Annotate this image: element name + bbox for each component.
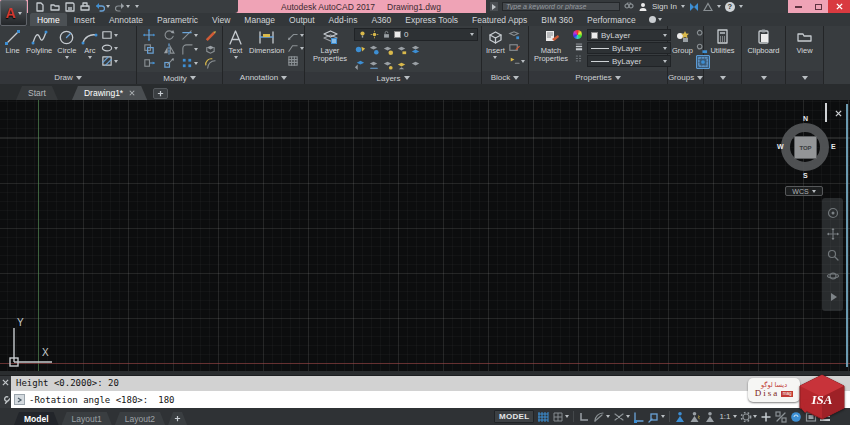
application-menu-button[interactable]: A bbox=[0, 0, 27, 26]
linetype-dropdown[interactable]: ByLayer bbox=[587, 55, 671, 67]
qat-menu-caret[interactable] bbox=[135, 5, 139, 8]
command-options-icon[interactable] bbox=[14, 394, 25, 405]
layer-lock-tool-icon[interactable] bbox=[396, 44, 408, 56]
drawing1-tab[interactable]: Drawing1* bbox=[72, 86, 147, 100]
orbit-icon[interactable] bbox=[827, 270, 839, 282]
tab-express-tools[interactable]: Express Tools bbox=[398, 13, 465, 26]
erase-button[interactable] bbox=[201, 29, 221, 41]
polar-tracking-toggle[interactable] bbox=[593, 411, 610, 423]
layer-walk-tool-icon[interactable] bbox=[368, 59, 380, 71]
osnap-tracking-toggle[interactable] bbox=[633, 411, 645, 423]
minimize-button[interactable] bbox=[788, 0, 808, 13]
undo-icon[interactable] bbox=[95, 2, 110, 12]
tab-view[interactable]: View bbox=[205, 13, 237, 26]
utilities-calculator-icon[interactable] bbox=[714, 28, 731, 45]
help-icon[interactable]: ? bbox=[725, 2, 735, 12]
multileader-button[interactable] bbox=[287, 42, 304, 54]
new-file-icon[interactable] bbox=[35, 2, 45, 12]
model-tab[interactable]: Model bbox=[14, 412, 59, 425]
layer-merge-tool-icon[interactable] bbox=[396, 59, 408, 71]
object-snap-toggle[interactable] bbox=[648, 411, 665, 423]
tab-a360[interactable]: A360 bbox=[364, 13, 398, 26]
text-dropdown-caret[interactable] bbox=[234, 56, 238, 59]
plot-icon[interactable] bbox=[80, 2, 90, 12]
tab-home[interactable]: Home bbox=[30, 13, 67, 26]
stretch-button[interactable] bbox=[139, 57, 159, 69]
linetype-list-icon[interactable] bbox=[573, 54, 585, 63]
circle-button[interactable]: Circle bbox=[55, 27, 78, 59]
layer-properties-button[interactable]: Layer Properties bbox=[307, 27, 353, 63]
layer-match-tool-icon[interactable] bbox=[410, 44, 422, 56]
layout1-tab[interactable]: Layout1 bbox=[62, 412, 112, 425]
rotate-button[interactable] bbox=[160, 29, 180, 41]
block-more-button[interactable] bbox=[508, 55, 525, 67]
insert-dropdown-caret[interactable] bbox=[493, 56, 497, 59]
redo-icon[interactable] bbox=[115, 2, 130, 12]
exchange-caret[interactable] bbox=[717, 5, 721, 8]
save-icon[interactable] bbox=[65, 2, 75, 12]
group-button[interactable]: Group bbox=[670, 27, 695, 55]
viewcube-east[interactable]: E bbox=[831, 143, 836, 150]
viewcube-top-face[interactable]: TOP bbox=[794, 136, 817, 159]
tab-bim-360[interactable]: BIM 360 bbox=[534, 13, 580, 26]
annotation-scale-value[interactable]: 1:1 bbox=[719, 412, 736, 421]
command-close-icon[interactable] bbox=[2, 379, 9, 386]
layout2-tab[interactable]: Layout2 bbox=[115, 412, 165, 425]
hatch-button[interactable] bbox=[101, 55, 118, 67]
ellipse-button[interactable] bbox=[101, 42, 118, 54]
layer-off-tool-icon[interactable] bbox=[354, 44, 366, 56]
panel-block-label[interactable]: Block bbox=[482, 71, 528, 84]
panel-properties-label[interactable]: Properties bbox=[529, 71, 667, 84]
help-caret[interactable] bbox=[739, 5, 743, 8]
copy-button[interactable] bbox=[139, 43, 159, 55]
object-color-dropdown[interactable]: ByLayer bbox=[587, 29, 671, 41]
isometric-drafting-toggle[interactable] bbox=[613, 411, 630, 423]
circle-dropdown-caret[interactable] bbox=[65, 56, 69, 59]
command-customize-icon[interactable] bbox=[1, 396, 10, 405]
open-file-icon[interactable] bbox=[50, 2, 60, 12]
command-input-value[interactable]: 180 bbox=[158, 395, 174, 405]
search-icon[interactable] bbox=[624, 2, 634, 12]
panel-utilities-expand[interactable] bbox=[704, 71, 741, 84]
exchange-apps-icon[interactable] bbox=[703, 2, 713, 12]
grid-display-toggle[interactable] bbox=[537, 411, 549, 423]
edit-attributes-button[interactable] bbox=[508, 42, 525, 54]
snap-mode-toggle[interactable] bbox=[552, 411, 569, 423]
ortho-mode-toggle[interactable] bbox=[578, 411, 590, 423]
layer-dropdown[interactable]: 0 bbox=[354, 28, 478, 41]
tab-performance[interactable]: Performance bbox=[580, 13, 643, 26]
undo-dropdown-caret[interactable] bbox=[106, 5, 110, 8]
command-input-line[interactable]: -Rotation angle <180>: 180 bbox=[11, 391, 850, 408]
match-properties-button[interactable]: Match Properties bbox=[531, 27, 571, 63]
infocenter-expand-icon[interactable] bbox=[490, 2, 498, 11]
tab-add-ins[interactable]: Add-ins bbox=[322, 13, 365, 26]
move-button[interactable] bbox=[139, 29, 159, 41]
new-drawing-button[interactable] bbox=[153, 88, 168, 99]
start-tab[interactable]: Start bbox=[16, 86, 58, 100]
table-button[interactable] bbox=[287, 55, 304, 67]
showmotion-icon[interactable] bbox=[827, 291, 839, 303]
a360-icon[interactable] bbox=[689, 2, 699, 12]
ribbon-display-toggle[interactable] bbox=[649, 13, 662, 26]
viewcube-west[interactable]: W bbox=[777, 143, 784, 150]
text-button[interactable]: Text bbox=[225, 27, 246, 59]
tab-manage[interactable]: Manage bbox=[237, 13, 282, 26]
dimension-button[interactable]: Dimension bbox=[247, 27, 286, 55]
annotation-visibility-toggle[interactable] bbox=[674, 411, 686, 423]
layer-delete-tool-icon[interactable] bbox=[410, 59, 422, 71]
rectangle-button[interactable] bbox=[101, 29, 118, 41]
panel-groups-label[interactable]: Groups bbox=[668, 71, 703, 84]
lineweight-list-icon[interactable] bbox=[573, 42, 585, 51]
drawing-canvas[interactable]: Y X N E S W TOP WCS bbox=[0, 100, 850, 371]
wcs-dropdown[interactable]: WCS bbox=[785, 186, 823, 196]
layer-isolate-tool-icon[interactable] bbox=[368, 44, 380, 56]
lineweight-dropdown[interactable]: ByLayer bbox=[587, 42, 671, 54]
layer-vpfreeze-tool-icon[interactable] bbox=[382, 59, 394, 71]
nav-wheel-icon[interactable] bbox=[827, 207, 839, 219]
new-layout-button[interactable] bbox=[168, 412, 187, 425]
redo-dropdown-caret[interactable] bbox=[126, 5, 130, 8]
model-space-button[interactable]: MODEL bbox=[494, 410, 534, 423]
arc-button[interactable]: Arc bbox=[79, 27, 100, 59]
tab-output[interactable]: Output bbox=[282, 13, 322, 26]
offset-button[interactable] bbox=[201, 57, 221, 69]
